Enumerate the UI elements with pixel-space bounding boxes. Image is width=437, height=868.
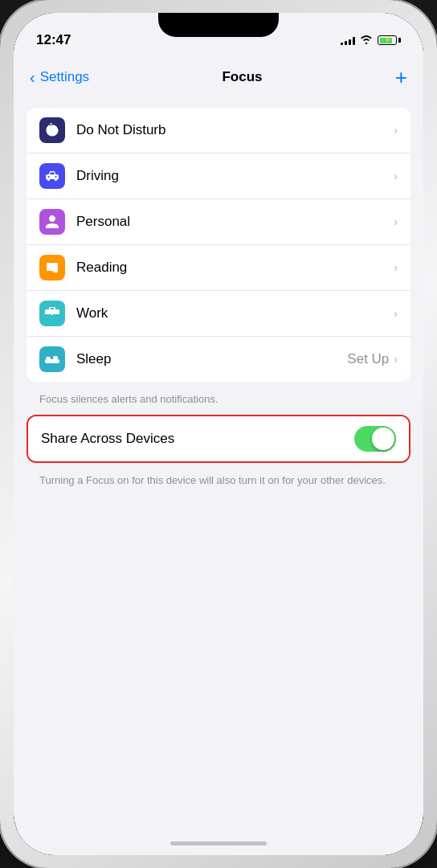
personal-chevron: ›: [394, 215, 398, 228]
settings-back-button[interactable]: ‹ Settings: [30, 68, 89, 87]
share-across-devices-label: Share Across Devices: [41, 431, 354, 447]
personal-icon: [39, 209, 65, 235]
focus-list: Do Not Disturb › Driving: [27, 108, 410, 382]
share-across-devices-toggle[interactable]: [354, 426, 396, 452]
back-chevron-icon: ‹: [30, 68, 35, 87]
home-bar: [170, 841, 267, 845]
svg-rect-2: [53, 356, 58, 360]
phone-inner: 12:47: [14, 13, 423, 855]
add-focus-button[interactable]: +: [395, 67, 407, 88]
svg-rect-1: [46, 357, 51, 360]
sleep-label: Sleep: [76, 351, 347, 367]
do-not-disturb-label: Do Not Disturb: [76, 122, 394, 138]
focus-item-sleep[interactable]: Sleep Set Up ›: [27, 337, 410, 382]
nav-bar: ‹ Settings Focus +: [14, 56, 423, 98]
reading-label: Reading: [76, 260, 394, 276]
work-chevron: ›: [394, 307, 398, 320]
driving-label: Driving: [76, 168, 394, 184]
focus-item-driving[interactable]: Driving ›: [27, 154, 410, 199]
sleep-setup-label: Set Up: [347, 351, 389, 367]
page-title: Focus: [222, 69, 262, 85]
focus-item-reading[interactable]: Reading ›: [27, 245, 410, 291]
focus-item-personal[interactable]: Personal ›: [27, 199, 410, 245]
back-label: Settings: [40, 69, 89, 85]
personal-label: Personal: [76, 214, 394, 230]
work-label: Work: [76, 305, 394, 321]
work-icon: [39, 301, 65, 326]
home-indicator: [14, 831, 423, 855]
sleep-setup: Set Up ›: [347, 351, 398, 367]
wifi-icon: [360, 34, 373, 47]
battery-icon: ⚡: [378, 35, 401, 45]
phone-frame: 12:47: [0, 0, 437, 868]
share-across-devices-section: Share Across Devices: [27, 415, 410, 463]
do-not-disturb-chevron: ›: [394, 124, 398, 137]
driving-icon: [39, 163, 65, 189]
screen: 12:47: [14, 13, 423, 855]
driving-chevron: ›: [394, 170, 398, 182]
reading-chevron: ›: [394, 261, 398, 274]
toggle-thumb: [372, 428, 394, 450]
focus-item-work[interactable]: Work ›: [27, 291, 410, 337]
do-not-disturb-icon: [39, 117, 65, 143]
focus-caption: Focus silences alerts and notifications.: [14, 388, 423, 415]
focus-item-do-not-disturb[interactable]: Do Not Disturb ›: [27, 108, 410, 154]
reading-icon: [39, 255, 65, 280]
content-area: Do Not Disturb › Driving: [14, 98, 423, 831]
sleep-icon: [39, 346, 65, 372]
share-caption: Turning a Focus on for this device will …: [14, 469, 423, 496]
share-across-devices-row[interactable]: Share Across Devices: [28, 416, 409, 461]
status-icons: ⚡: [341, 34, 401, 47]
signal-icon: [341, 35, 355, 45]
notch: [158, 13, 279, 37]
status-time: 12:47: [36, 32, 71, 48]
